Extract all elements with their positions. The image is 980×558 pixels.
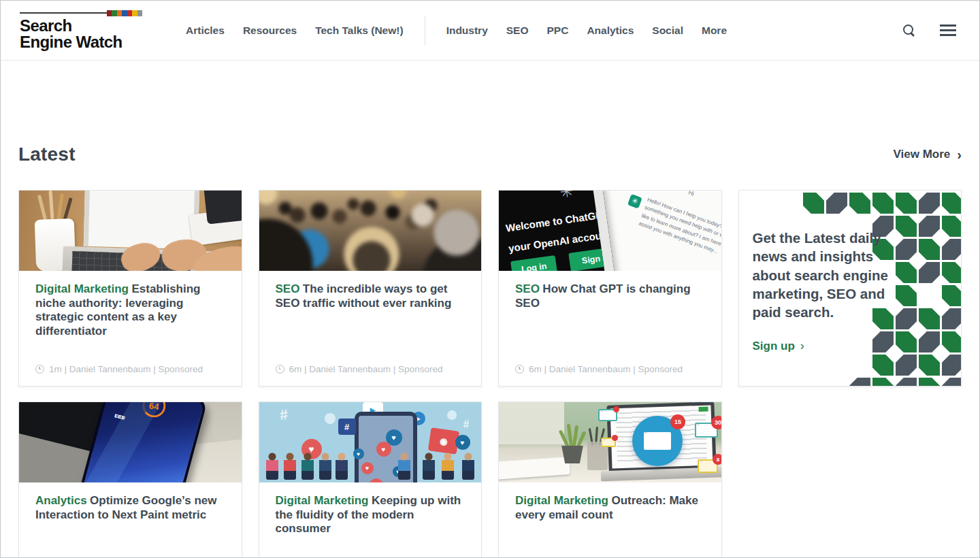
page: Search Engine Watch Articles Resources T… [0, 0, 980, 558]
article-image-crowd[interactable] [259, 191, 482, 271]
logo-rule-line [20, 12, 107, 14]
article-card-body: SEO How Chat GPT is changing SEO [499, 271, 721, 310]
heart-bubble-icon: ♥ [376, 442, 391, 457]
pattern-shape-green [849, 193, 870, 214]
article-meta: 6m | Daniel Tannenbaum | Sponsored [515, 364, 683, 374]
person-figure [284, 453, 296, 480]
clock-icon [515, 365, 524, 374]
pattern-shape-green [919, 378, 940, 387]
window-shape [499, 402, 564, 444]
article-image-email-laptop[interactable]: 15 30 8 [499, 402, 721, 482]
latest-cards-row-2: 64 LCP FID CLS Analytics Optimize Google… [18, 401, 962, 558]
article-image-laptop-typing[interactable] [19, 191, 242, 271]
nav-item-seo[interactable]: SEO [506, 24, 529, 37]
empty-grid-cell [738, 401, 962, 558]
thumb-bubble-icon: ♥ [455, 435, 470, 450]
pattern-shape-green [919, 239, 940, 260]
pattern-shape-green [896, 331, 917, 352]
performance-score: 64 [141, 402, 167, 419]
pattern-shape-green [896, 193, 917, 214]
chat-bubble-shape [325, 413, 336, 424]
tablet-shape [203, 191, 241, 225]
email-circle-icon: 15 [632, 416, 683, 466]
article-card[interactable]: ✳ Welcome to ChatGPT your OpenAI account… [498, 190, 722, 387]
site-logo[interactable]: Search Engine Watch [20, 10, 142, 51]
newsletter-card: Get the Latest daily news and insights a… [738, 190, 962, 387]
nav-item-ppc[interactable]: PPC [547, 24, 569, 37]
pattern-shape-dark [849, 378, 870, 387]
chevron-right-icon: › [800, 339, 804, 353]
nav-item-resources[interactable]: Resources [243, 24, 297, 37]
hashtag-tile-icon: # [338, 419, 356, 435]
article-category-link[interactable]: Digital Marketing [515, 494, 608, 507]
main-navigation: Articles Resources Tech Talks (New!) Ind… [186, 16, 727, 45]
metric-label: CLS [114, 413, 126, 421]
thumb-bubble-icon: ♥ [353, 448, 364, 459]
view-more-label: View More [894, 148, 951, 161]
pattern-shape-green [942, 216, 962, 237]
crowd-photo-shapes [259, 191, 482, 271]
envelope-icon [644, 432, 671, 450]
person-figure [336, 453, 348, 480]
article-category-link[interactable]: Digital Marketing [276, 494, 369, 507]
nav-item-articles[interactable]: Articles [186, 24, 225, 37]
heart-bubble-icon: ♥ [361, 462, 374, 474]
logo-color-blocks [107, 10, 142, 16]
pattern-shape-green [942, 193, 962, 214]
search-icon[interactable] [903, 24, 915, 37]
article-title-link[interactable]: How Chat GPT is changing SEO [515, 282, 691, 310]
pattern-shape-dark [896, 378, 917, 387]
pattern-shape-green [872, 355, 894, 376]
article-image-web-vitals-phone[interactable]: 64 LCP FID CLS [19, 402, 242, 482]
article-meta-text: 6m | Daniel Tannenbaum | Sponsored [529, 364, 683, 374]
nav-item-social[interactable]: Social [652, 24, 683, 37]
chat-bubble-shape [447, 410, 457, 420]
article-card[interactable]: 64 LCP FID CLS Analytics Optimize Google… [18, 401, 242, 558]
person-figure [266, 453, 278, 480]
article-meta-text: 1m | Daniel Tannenbaum | Sponsored [49, 364, 203, 374]
pattern-shape-dark [942, 239, 962, 260]
notification-dot [613, 406, 619, 412]
article-card-body: Digital Marketing Keeping up with the fl… [259, 482, 482, 536]
logo-line-1: Search [20, 18, 142, 34]
article-title-link[interactable]: The incredible ways to get SEO traffic w… [276, 282, 452, 310]
notification-badge: 15 [670, 414, 685, 429]
pattern-shape-dark [942, 308, 962, 329]
pattern-shape-green [803, 193, 824, 214]
article-image-social-illustration[interactable]: # # ▶ ▶ # ◉ ♥ ♥ ♥ ♥ ♥ ♥ ♥ ♥ [259, 402, 482, 482]
nav-item-industry[interactable]: Industry [446, 24, 488, 37]
article-category-link[interactable]: Digital Marketing [35, 282, 129, 295]
article-card[interactable]: Digital Marketing Establishing niche aut… [18, 190, 242, 387]
main-content: Latest View More › [1, 144, 979, 558]
nav-item-more[interactable]: More [702, 24, 727, 37]
article-card[interactable]: SEO The incredible ways to get SEO traff… [259, 190, 483, 387]
pattern-shape-green [919, 355, 940, 376]
article-card-body: Analytics Optimize Google’s new Interact… [19, 482, 242, 522]
article-category-link[interactable]: SEO [515, 282, 540, 295]
nav-item-tech-talks[interactable]: Tech Talks (New!) [315, 24, 403, 37]
notification-dot [612, 435, 618, 441]
article-category-link[interactable]: Analytics [35, 494, 87, 507]
logo-line-2: Engine Watch [20, 34, 142, 50]
article-card[interactable]: 15 30 8 Digital Marketing Outreach: Make… [498, 401, 722, 558]
view-more-link[interactable]: View More › [894, 148, 962, 161]
article-meta: 6m | Daniel Tannenbaum | Sponsored [276, 364, 443, 374]
pattern-shape-green [942, 331, 962, 352]
article-category-link[interactable]: SEO [276, 282, 300, 295]
pattern-shape-dark [896, 355, 917, 376]
top-navigation-bar: Search Engine Watch Articles Resources T… [1, 1, 979, 61]
article-meta-text: 6m | Daniel Tannenbaum | Sponsored [289, 364, 443, 374]
pattern-shape-dark [942, 355, 962, 376]
nav-item-analytics[interactable]: Analytics [587, 24, 634, 37]
article-card-body: SEO The incredible ways to get SEO traff… [259, 271, 482, 310]
article-image-chatgpt[interactable]: ✳ Welcome to ChatGPT your OpenAI account… [499, 191, 721, 271]
pattern-shape-dark [826, 193, 847, 214]
pattern-shape-green [872, 193, 894, 214]
article-card[interactable]: # # ▶ ▶ # ◉ ♥ ♥ ♥ ♥ ♥ ♥ ♥ ♥ [259, 401, 483, 558]
signup-label: Sign up [753, 340, 795, 353]
hamburger-menu-icon[interactable] [940, 24, 956, 36]
pattern-shape-green [942, 262, 962, 283]
header-icons [903, 24, 960, 37]
pattern-shape-dark [919, 216, 940, 237]
newsletter-signup-link[interactable]: Sign up › [753, 339, 804, 353]
